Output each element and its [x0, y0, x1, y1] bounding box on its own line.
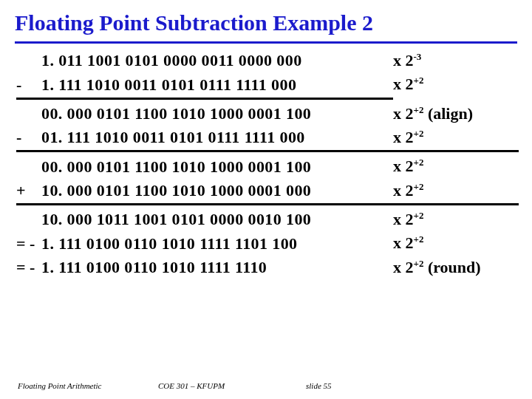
- footer: Floating Point Arithmetic COE 301 – KFUP…: [0, 381, 532, 390]
- row-exponent: x 2+2: [374, 181, 423, 200]
- row-mantissa: 01. 111 1010 0011 0101 0111 1111 000: [41, 128, 374, 147]
- calc-row: 1. 011 1001 0101 0000 0011 0000 000x 2-3: [16, 51, 516, 70]
- calculation-block: 1. 011 1001 0101 0000 0011 0000 000x 2-3…: [16, 51, 516, 277]
- footer-topic: Floating Point Arithmetic: [0, 381, 158, 390]
- row-exponent: x 2+2: [374, 157, 423, 176]
- footer-course: COE 301 – KFUPM: [158, 381, 306, 390]
- row-exponent: x 2+2: [374, 233, 423, 253]
- row-mantissa: 10. 000 0101 1100 1010 1000 0001 000: [41, 181, 374, 200]
- divider: [16, 150, 519, 152]
- calc-row: 10. 000 1011 1001 0101 0000 0010 100x 2+…: [16, 210, 516, 229]
- row-exponent: x 2+2: [374, 128, 423, 147]
- row-exponent: x 2+2 (align): [374, 104, 473, 123]
- row-exponent: x 2+2 (round): [374, 258, 481, 277]
- row-exponent: x 2-3: [374, 51, 421, 70]
- row-sign: +: [16, 181, 41, 200]
- row-sign: -: [16, 128, 41, 147]
- row-mantissa: 10. 000 1011 1001 0101 0000 0010 100: [41, 210, 374, 229]
- row-mantissa: 1. 111 0100 0110 1010 1111 1101 100: [41, 234, 374, 253]
- row-sign: = -: [16, 258, 41, 277]
- row-exponent: x 2+2: [374, 210, 423, 229]
- row-sign: -: [16, 75, 41, 95]
- row-exponent: x 2+2: [374, 75, 423, 94]
- footer-slide-number: slide 55: [306, 381, 409, 390]
- row-sign: = -: [16, 234, 41, 253]
- calc-row: 00. 000 0101 1100 1010 1000 0001 100x 2+…: [16, 104, 516, 123]
- row-mantissa: 1. 111 1010 0011 0101 0111 1111 000: [41, 75, 374, 95]
- row-mantissa: 00. 000 0101 1100 1010 1000 0001 100: [41, 104, 374, 123]
- calc-row: 00. 000 0101 1100 1010 1000 0001 100x 2+…: [16, 157, 516, 176]
- divider: [16, 203, 519, 205]
- row-mantissa: 1. 111 0100 0110 1010 1111 1110: [41, 258, 374, 277]
- row-mantissa: 00. 000 0101 1100 1010 1000 0001 100: [41, 157, 374, 177]
- calc-row: = - 1. 111 0100 0110 1010 1111 1110x 2+2…: [16, 258, 516, 277]
- calc-row: = - 1. 111 0100 0110 1010 1111 1101 100x…: [16, 233, 516, 253]
- row-mantissa: 1. 011 1001 0101 0000 0011 0000 000: [41, 51, 374, 70]
- calc-row: -1. 111 1010 0011 0101 0111 1111 000x 2+…: [16, 75, 516, 94]
- page-title: Floating Point Subtraction Example 2: [15, 10, 517, 44]
- calc-row: +10. 000 0101 1100 1010 1000 0001 000x 2…: [16, 181, 516, 200]
- divider: [16, 98, 393, 100]
- calc-row: -01. 111 1010 0011 0101 0111 1111 000x 2…: [16, 128, 516, 147]
